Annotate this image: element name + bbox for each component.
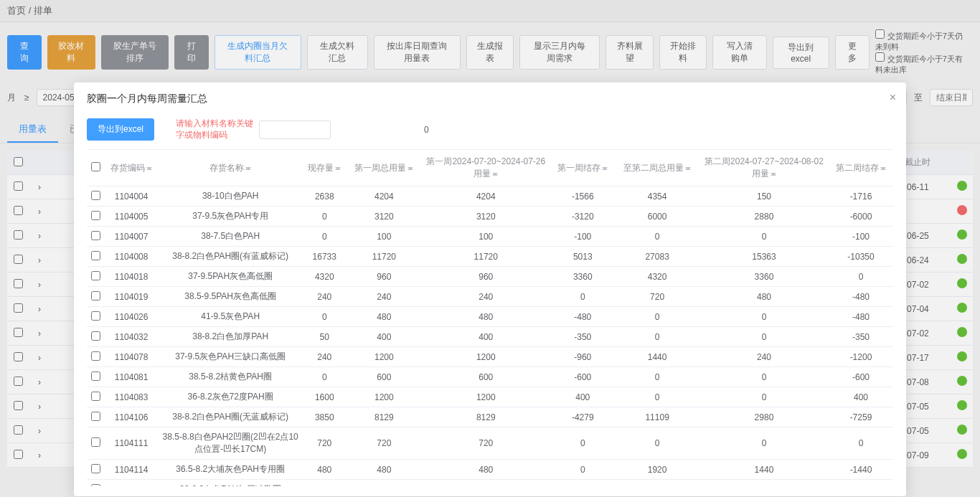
cell-w2-balance: -10350: [829, 247, 893, 267]
cell-w1-usage: 1200: [421, 387, 550, 407]
cell-w2-usage: 150: [699, 186, 829, 207]
cell-w1-total: 4204: [347, 186, 421, 207]
cell-w1-balance: -1566: [550, 186, 615, 207]
col-w1-usage[interactable]: 第一周2024-07-20~2024-07-26用量: [421, 150, 550, 186]
cell-w1-total: 1200: [347, 387, 421, 407]
col-stock[interactable]: 现存量: [302, 150, 347, 186]
row-checkbox[interactable]: [91, 351, 100, 361]
row-checkbox[interactable]: [91, 291, 100, 300]
row-checkbox[interactable]: [91, 464, 100, 473]
table-row[interactable]: 1104170 38-8.2白色PAH加厚冲孔圈 1390 1580 1580 …: [87, 480, 893, 487]
cell-code: 1104083: [104, 387, 159, 407]
cell-w2-cum: 4354: [615, 186, 699, 207]
cell-w1-total: 1580: [347, 480, 421, 487]
modal-export-button[interactable]: 导出到excel: [87, 118, 154, 141]
cell-w2-balance: -190: [829, 480, 893, 487]
row-checkbox[interactable]: [91, 211, 100, 220]
cell-w2-usage: 2980: [699, 407, 829, 427]
cell-w2-usage: 2880: [699, 207, 829, 227]
cell-code: 1104170: [104, 480, 159, 487]
cell-w1-usage: 8129: [421, 407, 550, 427]
cell-stock: 1390: [302, 480, 347, 487]
row-checkbox[interactable]: [91, 331, 100, 341]
cell-w2-cum: 0: [615, 327, 699, 347]
cell-stock: 240: [302, 287, 347, 307]
cell-w1-usage: 960: [421, 267, 550, 287]
cell-w2-balance: 0: [829, 267, 893, 287]
col-w2-usage[interactable]: 第二周2024-07-27~2024-08-02用量: [699, 150, 829, 186]
row-checkbox[interactable]: [91, 484, 100, 487]
cell-w2-usage: 0: [699, 307, 829, 327]
table-row[interactable]: 1104114 36.5-8.2大埔灰色PAH专用圈 480 480 480 0…: [87, 460, 893, 480]
cell-name: 38.5-8.8白色PAH2凹圈(2凹在2点10点位置-凹长17CM): [159, 427, 302, 460]
cell-w2-usage: 3360: [699, 267, 829, 287]
sort-icon: [685, 164, 691, 173]
cell-w2-usage: 0: [699, 327, 829, 347]
cell-w2-cum: 6000: [615, 207, 699, 227]
col-w1-balance[interactable]: 第一周结存: [550, 150, 615, 186]
row-checkbox[interactable]: [91, 191, 100, 200]
table-row[interactable]: 1104007 38-7.5白色PAH 0 100 100 -100 0 0 -…: [87, 227, 893, 247]
cell-w1-usage: 3120: [421, 207, 550, 227]
col-name[interactable]: 存货名称: [159, 150, 302, 186]
cell-w2-balance: -1200: [829, 347, 893, 367]
cell-w2-cum: 0: [615, 480, 699, 487]
modal-title: 胶圈一个月内每周需量汇总: [87, 93, 893, 105]
row-checkbox[interactable]: [91, 271, 100, 280]
cell-w1-balance: -3120: [550, 207, 615, 227]
cell-w2-cum: 27083: [615, 247, 699, 267]
cell-code: 1104007: [104, 227, 159, 247]
row-checkbox[interactable]: [91, 371, 100, 381]
cell-w1-balance: 3360: [550, 267, 615, 287]
cell-name: 38.5-9.5PAH灰色高低圈: [159, 287, 302, 307]
cell-w1-usage: 480: [421, 460, 550, 480]
cell-w1-total: 600: [347, 367, 421, 387]
row-checkbox[interactable]: [91, 311, 100, 321]
cell-code: 1104005: [104, 207, 159, 227]
cell-stock: 0: [302, 227, 347, 247]
cell-w2-cum: 0: [615, 387, 699, 407]
modal-select-all[interactable]: [91, 162, 100, 171]
cell-w2-usage: 0: [699, 367, 829, 387]
table-row[interactable]: 1104005 37-9.5灰色PAH专用 0 3120 3120 -3120 …: [87, 207, 893, 227]
col-code[interactable]: 存货编码: [104, 150, 159, 186]
row-checkbox[interactable]: [91, 251, 100, 260]
cell-name: 38-7.5白色PAH: [159, 227, 302, 247]
table-row[interactable]: 1104026 41-9.5灰色PAH 0 480 480 -480 0 0 -…: [87, 307, 893, 327]
table-row[interactable]: 1104019 38.5-9.5PAH灰色高低圈 240 240 240 0 7…: [87, 287, 893, 307]
row-checkbox[interactable]: [91, 437, 100, 447]
table-row[interactable]: 1104078 37-9.5灰色PAH三缺口高低圈 240 1200 1200 …: [87, 347, 893, 367]
cell-w1-balance: 400: [550, 387, 615, 407]
cell-w1-balance: -4279: [550, 407, 615, 427]
table-row[interactable]: 1104032 38-8.2白色加厚PAH 50 400 400 -350 0 …: [87, 327, 893, 347]
close-icon[interactable]: ×: [890, 91, 896, 104]
modal-table-scroll[interactable]: 存货编码 存货名称 现存量 第一周总用量 第一周2024-07-20~2024-…: [87, 149, 893, 486]
sort-icon: [245, 164, 251, 173]
cell-stock: 480: [302, 460, 347, 480]
cell-w2-cum: 1440: [615, 347, 699, 367]
cell-stock: 0: [302, 307, 347, 327]
cell-w1-balance: -600: [550, 367, 615, 387]
cell-stock: 1600: [302, 387, 347, 407]
table-row[interactable]: 1104083 36-8.2灰色72度PAH圈 1600 1200 1200 4…: [87, 387, 893, 407]
cell-stock: 50: [302, 327, 347, 347]
row-checkbox[interactable]: [91, 392, 100, 401]
cell-stock: 240: [302, 347, 347, 367]
col-w1-total[interactable]: 第一周总用量: [347, 150, 421, 186]
table-row[interactable]: 1104018 37-9.5PAH灰色高低圈 4320 960 960 3360…: [87, 267, 893, 287]
table-row[interactable]: 1104004 38-10白色PAH 2638 4204 4204 -1566 …: [87, 186, 893, 207]
table-row[interactable]: 1104081 38.5-8.2桔黄色PAH圈 0 600 600 -600 0…: [87, 367, 893, 387]
cell-name: 38-8.2白色PAH加厚冲孔圈: [159, 480, 302, 487]
cell-w1-balance: -480: [550, 307, 615, 327]
row-checkbox[interactable]: [91, 231, 100, 240]
table-row[interactable]: 1104111 38.5-8.8白色PAH2凹圈(2凹在2点10点位置-凹长17…: [87, 427, 893, 460]
cell-w1-total: 960: [347, 267, 421, 287]
col-w2-cum[interactable]: 至第二周总用量: [615, 150, 699, 186]
table-row[interactable]: 1104106 38-8.2白色PAH圈(无蓝威标记) 3850 8129 81…: [87, 407, 893, 427]
cell-w1-usage: 240: [421, 287, 550, 307]
modal-search-input[interactable]: [259, 120, 331, 139]
row-checkbox[interactable]: [91, 412, 100, 421]
col-w2-balance[interactable]: 第二周结存: [829, 150, 893, 186]
table-row[interactable]: 1104008 38-8.2白色PAH圈(有蓝威标记) 16733 11720 …: [87, 247, 893, 267]
cell-w2-usage: 0: [699, 227, 829, 247]
